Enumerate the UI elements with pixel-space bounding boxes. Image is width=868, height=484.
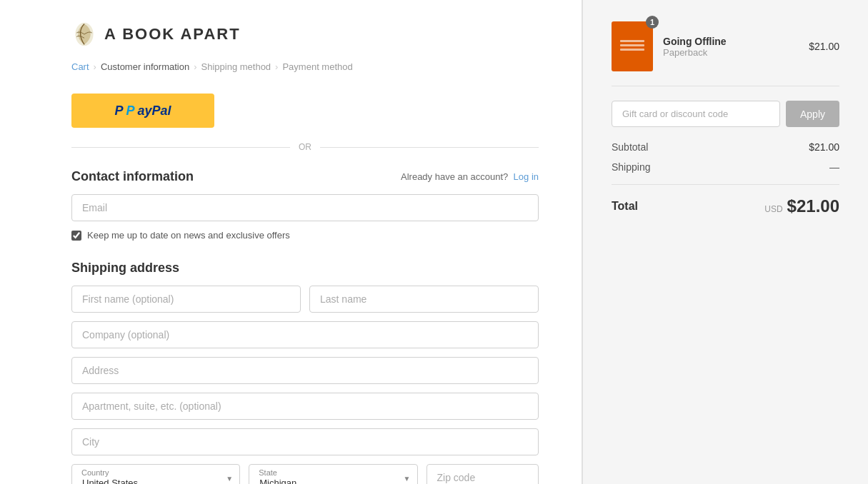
cart-item-price: $21.00 [809, 41, 839, 52]
newsletter-row: Keep me up to date on news and exclusive… [71, 230, 539, 241]
total-amount: $21.00 [787, 196, 839, 216]
discount-row: Apply [612, 101, 839, 127]
subtotal-row: Subtotal $21.00 [612, 141, 839, 153]
book-lines [620, 40, 644, 53]
leaf-icon [71, 21, 97, 47]
book-thumbnail [612, 21, 653, 71]
first-name-input[interactable] [71, 286, 301, 313]
contact-section-header: Contact information Already have an acco… [71, 169, 539, 184]
cart-item-info: Going Offline Paperback [663, 36, 799, 58]
logo-text: A BOOK APART [104, 25, 241, 44]
country-select[interactable]: United States [71, 464, 240, 484]
total-value-wrap: USD $21.00 [764, 196, 839, 216]
total-label: Total [612, 200, 638, 213]
book-thumb-wrapper: 1 [612, 21, 653, 71]
cart-item-title: Going Offline [663, 36, 799, 47]
state-select[interactable]: Michigan [249, 464, 417, 484]
paypal-logo: P P ayPal [114, 104, 171, 119]
cart-item: 1 Going Offline Paperback $21.00 [612, 21, 839, 86]
last-name-input[interactable] [309, 286, 539, 313]
company-input[interactable] [71, 321, 539, 348]
address-input[interactable] [71, 357, 539, 384]
order-summary: 1 Going Offline Paperback $21.00 Apply S… [582, 0, 868, 484]
breadcrumb-sep-2: › [194, 61, 196, 72]
logo: A BOOK APART [71, 21, 539, 47]
subtotal-label: Subtotal [612, 141, 648, 153]
apply-button[interactable]: Apply [786, 101, 839, 127]
shipping-section-header: Shipping address [71, 261, 539, 276]
breadcrumb-cart[interactable]: Cart [71, 61, 89, 72]
state-select-wrapper: State Michigan ▼ [249, 464, 417, 484]
breadcrumb: Cart › Customer information › Shipping m… [71, 61, 539, 72]
login-prompt: Already have an account? Log in [401, 171, 539, 182]
login-link[interactable]: Log in [514, 171, 539, 182]
email-input[interactable] [71, 194, 539, 221]
or-divider: OR [71, 142, 539, 152]
breadcrumb-shipping: Shipping method [201, 61, 271, 72]
discount-input[interactable] [612, 101, 780, 127]
total-currency: USD [764, 204, 782, 214]
subtotal-value: $21.00 [809, 141, 839, 153]
item-quantity-badge: 1 [646, 16, 659, 29]
cart-item-subtitle: Paperback [663, 47, 799, 58]
name-row [71, 286, 539, 321]
shipping-value: — [829, 161, 839, 173]
checkout-form: A BOOK APART Cart › Customer information… [0, 0, 582, 484]
shipping-label: Shipping [612, 161, 651, 173]
shipping-row: Shipping — [612, 161, 839, 173]
zip-input[interactable] [426, 464, 539, 484]
city-input[interactable] [71, 428, 539, 455]
breadcrumb-sep-3: › [275, 61, 278, 72]
country-select-wrapper: Country United States ▼ [71, 464, 240, 484]
shipping-title: Shipping address [71, 261, 179, 276]
zip-wrapper [426, 464, 539, 484]
apt-input[interactable] [71, 393, 539, 420]
newsletter-checkbox[interactable] [71, 231, 81, 241]
country-state-row: Country United States ▼ State Michigan ▼ [71, 464, 539, 484]
paypal-button[interactable]: P P ayPal [71, 94, 214, 128]
summary-divider [612, 184, 839, 185]
breadcrumb-sep-1: › [94, 61, 96, 72]
total-row: Total USD $21.00 [612, 196, 839, 216]
breadcrumb-payment: Payment method [282, 61, 352, 72]
newsletter-label: Keep me up to date on news and exclusive… [87, 230, 290, 241]
breadcrumb-customer-info: Customer information [101, 61, 189, 72]
contact-title: Contact information [71, 169, 194, 184]
